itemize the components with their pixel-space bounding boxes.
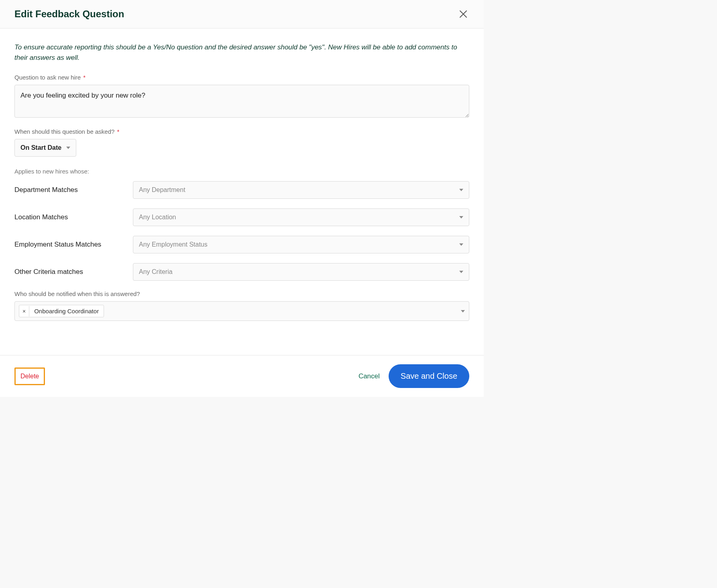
question-textarea[interactable] (14, 85, 469, 118)
other-criteria-placeholder: Any Criteria (139, 268, 173, 276)
question-section: Question to ask new hire * (14, 74, 469, 119)
dialog-footer: Delete Cancel Save and Close (0, 355, 484, 397)
cancel-button[interactable]: Cancel (358, 372, 380, 380)
when-select[interactable]: On Start Date (14, 139, 76, 157)
employment-status-placeholder: Any Employment Status (139, 241, 208, 248)
required-asterisk: * (83, 74, 86, 81)
criteria-row-employment-status: Employment Status Matches Any Employment… (14, 236, 469, 253)
dialog-title: Edit Feedback Question (14, 8, 124, 20)
criteria-row-other: Other Criteria matches Any Criteria (14, 263, 469, 281)
caret-down-icon (461, 310, 465, 312)
department-matches-label: Department Matches (14, 185, 133, 195)
caret-down-icon (459, 189, 463, 191)
criteria-row-department: Department Matches Any Department (14, 181, 469, 199)
when-selected-value: On Start Date (20, 144, 61, 151)
caret-down-icon (66, 147, 70, 149)
department-placeholder: Any Department (139, 186, 185, 194)
location-matches-label: Location Matches (14, 212, 133, 223)
question-label-text: Question to ask new hire (14, 74, 81, 81)
dialog-header: Edit Feedback Question (0, 0, 484, 29)
location-select[interactable]: Any Location (133, 208, 469, 226)
other-criteria-select[interactable]: Any Criteria (133, 263, 469, 281)
location-placeholder: Any Location (139, 214, 176, 221)
criteria-row-location: Location Matches Any Location (14, 208, 469, 226)
close-icon (460, 10, 467, 18)
employment-status-matches-label: Employment Status Matches (14, 239, 133, 250)
chip-remove-button[interactable]: × (19, 306, 29, 316)
department-select[interactable]: Any Department (133, 181, 469, 199)
notify-select[interactable]: × Onboarding Coordinator (14, 301, 469, 321)
chip-label: Onboarding Coordinator (29, 305, 104, 317)
when-label-text: When should this question be asked? (14, 128, 114, 135)
other-criteria-matches-label: Other Criteria matches (14, 267, 133, 277)
instructions-text: To ensure accurate reporting this should… (14, 42, 464, 63)
delete-button[interactable]: Delete (14, 368, 45, 385)
caret-down-icon (459, 271, 463, 273)
edit-feedback-question-dialog: Edit Feedback Question To ensure accurat… (0, 0, 484, 397)
save-and-close-button[interactable]: Save and Close (389, 364, 469, 388)
question-label: Question to ask new hire * (14, 74, 469, 81)
caret-down-icon (459, 243, 463, 246)
required-asterisk: * (117, 128, 120, 135)
caret-down-icon (459, 216, 463, 218)
employment-status-select[interactable]: Any Employment Status (133, 236, 469, 253)
when-label: When should this question be asked? * (14, 128, 469, 135)
notify-chip: × Onboarding Coordinator (19, 305, 104, 317)
footer-right: Cancel Save and Close (358, 364, 469, 388)
notify-label: Who should be notified when this is answ… (14, 290, 469, 297)
dialog-body: To ensure accurate reporting this should… (0, 29, 484, 355)
applies-to-label: Applies to new hires whose: (14, 168, 469, 175)
when-section: When should this question be asked? * On… (14, 128, 469, 157)
close-button[interactable] (457, 8, 469, 20)
